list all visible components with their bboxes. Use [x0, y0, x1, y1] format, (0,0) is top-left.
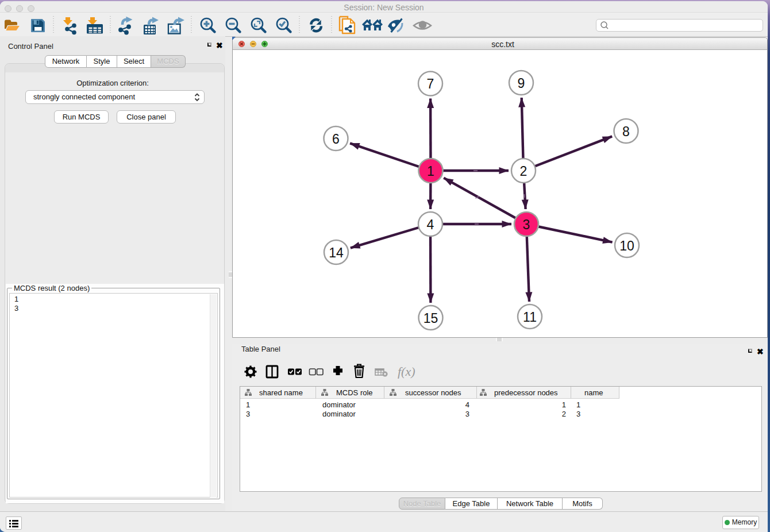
svg-text:9: 9 [518, 76, 525, 91]
svg-text:8: 8 [622, 124, 630, 139]
svg-text:10: 10 [619, 238, 634, 253]
svg-text:14: 14 [329, 245, 344, 260]
svg-text:1: 1 [427, 164, 434, 179]
svg-text:4: 4 [427, 217, 434, 232]
svg-text:3: 3 [523, 217, 530, 232]
svg-text:f(x): f(x) [398, 364, 415, 379]
svg-text:7: 7 [427, 76, 434, 91]
svg-text:6: 6 [332, 132, 340, 147]
svg-text:15: 15 [424, 311, 438, 326]
svg-text:11: 11 [523, 310, 537, 325]
svg-text:2: 2 [520, 164, 528, 179]
